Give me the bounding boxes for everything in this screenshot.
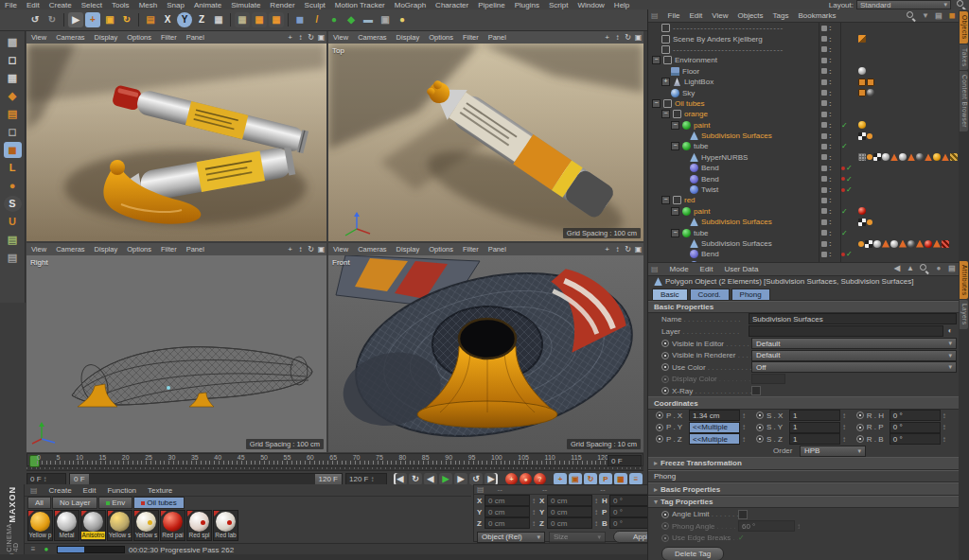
deformer-state-dot[interactable]	[841, 253, 845, 256]
expander-icon[interactable]: −	[661, 196, 670, 204]
menubar-item-mograph[interactable]: MoGraph	[390, 1, 431, 9]
timeline-ruler[interactable]: 0510152025303540455055606570758085909510…	[26, 453, 643, 466]
enabled-check-icon[interactable]: ✓	[846, 185, 853, 194]
tree-row-oil-tubes[interactable]: −Oil tubes:	[648, 98, 969, 109]
sphere-red-tag-icon[interactable]	[858, 207, 866, 215]
layer-square[interactable]	[821, 154, 827, 160]
material-yellow-p[interactable]: Yellow p	[27, 510, 53, 541]
coord-size-select[interactable]: Size▾	[549, 532, 606, 543]
menubar-item-character[interactable]: Character	[431, 1, 473, 9]
panel-tab-objects[interactable]: Objects	[960, 11, 968, 44]
range-end-grip[interactable]: 120 F	[315, 474, 342, 484]
sx-field[interactable]: 1	[789, 410, 840, 421]
material-menu-texture[interactable]: Texture	[142, 486, 178, 495]
layer-square[interactable]	[821, 133, 827, 139]
panel-tab-takes[interactable]: Takes	[960, 44, 968, 70]
undo-icon[interactable]: ↺	[27, 12, 43, 27]
tree-row-sky[interactable]: Sky:	[648, 87, 969, 97]
angle-limit-checkbox[interactable]	[738, 510, 748, 519]
enabled-check-icon[interactable]: ✓	[841, 142, 848, 150]
sphere-light-tag-icon[interactable]	[882, 153, 890, 161]
edges-mode-icon[interactable]: ◻	[4, 124, 22, 140]
section-freeze-transformation[interactable]: ▸Freeze Transformation	[648, 457, 969, 470]
tree-row-subdivision-surfaces[interactable]: Subdivision Surfaces:	[648, 238, 969, 249]
radio-angle-limit[interactable]	[661, 511, 669, 518]
om-search-icon[interactable]	[907, 11, 916, 21]
sz-field[interactable]: 1	[789, 433, 840, 445]
material-anisotro[interactable]: Anisotro	[80, 510, 106, 541]
deformer-state-dot[interactable]	[841, 188, 845, 192]
z-axis-lock-icon[interactable]: Z	[194, 12, 209, 27]
visibility-dots[interactable]: :	[829, 185, 832, 194]
menubar-item-script[interactable]: Script	[544, 1, 573, 9]
rp-field[interactable]: 0 °	[890, 422, 941, 433]
workplane-lock-icon[interactable]: ▤	[4, 232, 22, 248]
camera-icon[interactable]: ▣	[378, 12, 393, 27]
points-mode-icon[interactable]: ▤	[4, 106, 22, 122]
viewport-menu-display[interactable]: Display	[392, 245, 425, 254]
am-panel-icon[interactable]: ▤	[946, 263, 958, 274]
radio-pz[interactable]	[656, 435, 663, 443]
object-manager-menu-edit[interactable]: Edit	[684, 11, 707, 20]
spline-pen-icon[interactable]: /	[309, 12, 325, 27]
tree-row-paint[interactable]: −paint:✓	[648, 120, 969, 131]
layer-square[interactable]	[821, 122, 827, 128]
size-z-field[interactable]: 0 cm	[547, 517, 592, 529]
object-manager-menu-bookmarks[interactable]: Bookmarks	[793, 11, 840, 20]
visibility-dots[interactable]: :	[829, 78, 832, 86]
pz-field[interactable]: <<Multiple	[689, 433, 740, 445]
tree-row-subdivision-surfaces[interactable]: Subdivision Surfaces:	[648, 217, 969, 227]
visibility-dots[interactable]: :	[829, 56, 832, 64]
rb-field[interactable]: 0 °	[890, 433, 941, 445]
expander-icon[interactable]: −	[671, 142, 679, 150]
section-phong-basic[interactable]: ▸Basic Properties	[648, 482, 969, 496]
tree-row-bend[interactable]: Bend:✓	[648, 163, 969, 173]
position-x-field[interactable]: 0 cm	[484, 495, 530, 506]
visibility-dots[interactable]: :	[829, 250, 832, 258]
menubar-item-snap[interactable]: Snap	[162, 1, 189, 9]
xray-checkbox[interactable]	[751, 386, 761, 395]
tree-row-scene-by-anders-kjellberg[interactable]: Scene By Anders Kjellberg:	[648, 33, 969, 44]
expander-icon[interactable]: −	[671, 121, 679, 130]
material-red-lab[interactable]: Red lab	[213, 510, 238, 541]
layer-square[interactable]	[821, 252, 827, 257]
orange-sq-tag-icon[interactable]	[867, 79, 874, 86]
rh-field[interactable]: 0 °	[890, 410, 941, 421]
orange-dot-tag-icon[interactable]	[858, 241, 864, 247]
tree-row-tube[interactable]: −tube:✓	[648, 227, 969, 237]
visibility-dots[interactable]: :	[829, 131, 832, 140]
rotate-view-icon[interactable]: ↻	[306, 244, 316, 254]
layer-square[interactable]	[821, 208, 827, 214]
visibility-dots[interactable]: :	[829, 99, 832, 108]
phong-angle-field[interactable]: 60 °	[738, 520, 795, 532]
size-y-field[interactable]: 0 cm	[547, 506, 592, 517]
radio-rh[interactable]	[856, 411, 864, 419]
section-basic-properties[interactable]: Basic Properties	[648, 301, 969, 314]
visible-in-editor-select[interactable]: Default▾	[751, 338, 957, 349]
menubar-item-simulate[interactable]: Simulate	[226, 1, 265, 9]
texture-mode-icon[interactable]: ▦	[4, 70, 22, 86]
radio-rp[interactable]	[856, 424, 864, 431]
viewport-menu-cameras[interactable]: Cameras	[51, 245, 89, 254]
sphere-light-tag-icon[interactable]	[899, 153, 907, 161]
menubar-item-mesh[interactable]: Mesh	[134, 1, 163, 9]
layer-square[interactable]	[821, 241, 827, 247]
cone-tag-icon[interactable]	[942, 153, 949, 161]
sphere-red-tag-icon[interactable]	[925, 240, 932, 248]
panel-tab-layers[interactable]: Layers	[960, 300, 968, 329]
rotate-view-icon[interactable]: ↻	[623, 32, 633, 43]
y-axis-lock-icon[interactable]: Y	[177, 12, 192, 27]
workplane-settings-icon[interactable]: ▤	[4, 250, 22, 266]
cone-tag-icon[interactable]	[925, 153, 932, 161]
expander-icon[interactable]: −	[652, 99, 661, 108]
om-panel-icon[interactable]: ▤	[933, 10, 944, 22]
current-frame-field[interactable]: 0 F	[608, 455, 642, 466]
order-select[interactable]: HPB▾	[800, 446, 866, 457]
attribute-menu-mode[interactable]: Mode	[664, 265, 695, 273]
tree-row-bend[interactable]: Bend:✓	[648, 173, 969, 184]
object-manager-menu-tags[interactable]: Tags	[768, 11, 794, 20]
zoom-view-icon[interactable]: ↕	[612, 32, 623, 43]
tree-row-red[interactable]: −red:	[648, 195, 969, 205]
viewport-menu-display[interactable]: Display	[90, 245, 123, 254]
am-back-icon[interactable]: ◀	[891, 263, 903, 274]
